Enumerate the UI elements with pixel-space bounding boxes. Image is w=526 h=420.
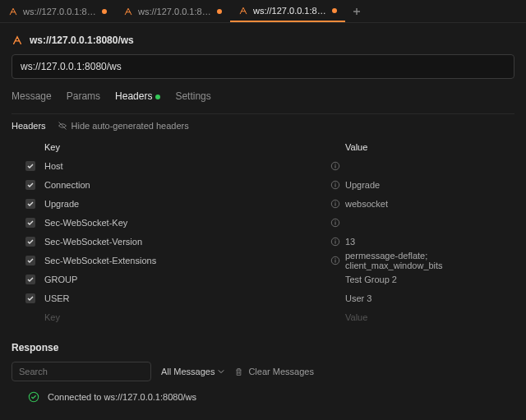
unsaved-dot-icon — [102, 9, 107, 14]
tab-label: ws://127.0.0.1:8080/ws — [23, 7, 97, 16]
header-key[interactable]: USER — [44, 293, 330, 303]
tab-settings[interactable]: Settings — [175, 90, 210, 107]
svg-rect-23 — [335, 260, 335, 262]
header-row: Upgradewebsocket — [25, 194, 514, 213]
table-header: Key Value — [25, 137, 514, 156]
headers-toolbar: Headers Hide auto-generated headers — [12, 114, 514, 137]
svg-rect-24 — [25, 275, 35, 284]
tab-2[interactable]: ws://127.0.0.1:8080/ws — [230, 0, 345, 22]
new-header-row[interactable]: Key Value — [25, 307, 514, 326]
header-key[interactable]: Sec-WebSocket-Extensions — [44, 256, 330, 265]
checkbox-icon[interactable] — [25, 293, 36, 304]
header-key[interactable]: Host — [44, 161, 330, 171]
check-circle-icon — [28, 391, 39, 403]
hide-auto-button[interactable]: Hide auto-generated headers — [58, 121, 189, 131]
info-icon[interactable] — [330, 237, 340, 247]
header-key[interactable]: Upgrade — [44, 199, 330, 209]
clear-messages-button[interactable]: Clear Messages — [234, 367, 313, 376]
header-value[interactable]: websocket — [345, 199, 514, 209]
svg-point-6 — [335, 182, 335, 183]
header-row: GROUPTest Group 2 — [25, 270, 514, 288]
dot-icon — [155, 95, 160, 99]
headers-table: Key Value HostConnectionUpgradeUpgradewe… — [12, 137, 514, 326]
websocket-icon — [8, 7, 18, 16]
header-value[interactable]: permessage-deflate; client_max_window_bi… — [345, 251, 514, 270]
svg-rect-11 — [335, 203, 335, 205]
checkbox-icon[interactable] — [25, 217, 36, 228]
svg-rect-4 — [25, 180, 35, 190]
tab-1[interactable]: ws://127.0.0.1:8080/ws — [115, 0, 230, 22]
svg-rect-25 — [25, 293, 35, 303]
svg-point-26 — [29, 392, 38, 401]
svg-rect-16 — [25, 237, 35, 247]
svg-point-14 — [335, 220, 335, 221]
tab-message[interactable]: Message — [12, 90, 52, 107]
svg-rect-7 — [335, 184, 335, 187]
tab-0[interactable]: ws://127.0.0.1:8080/ws — [0, 0, 115, 22]
search-input[interactable] — [12, 362, 151, 381]
header-value[interactable]: User 3 — [345, 293, 514, 303]
filter-dropdown[interactable]: All Messages — [161, 367, 224, 376]
header-row: USERUser 3 — [25, 288, 514, 307]
unsaved-dot-icon — [332, 8, 337, 13]
header-value[interactable]: Upgrade — [345, 180, 514, 190]
page-header: ws://127.0.0.1:8080/ws — [12, 31, 514, 54]
checkbox-icon[interactable] — [25, 274, 36, 285]
connection-status: Connected to ws://127.0.0.1:8080/ws — [12, 381, 514, 403]
header-key[interactable]: Connection — [44, 180, 330, 190]
svg-rect-12 — [25, 218, 35, 228]
checkbox-icon[interactable] — [25, 236, 36, 247]
svg-point-2 — [335, 164, 335, 164]
header-row: Sec-WebSocket-Extensionspermessage-defla… — [25, 251, 514, 270]
plus-icon — [352, 7, 362, 16]
svg-point-22 — [335, 258, 335, 259]
header-key[interactable]: GROUP — [44, 275, 330, 284]
column-value: Value — [345, 142, 514, 152]
websocket-icon — [238, 6, 248, 16]
header-key[interactable]: Sec-WebSocket-Key — [44, 218, 330, 228]
info-icon[interactable] — [330, 218, 340, 228]
svg-rect-0 — [25, 161, 35, 171]
svg-rect-3 — [335, 165, 335, 168]
tab-params[interactable]: Params — [67, 90, 100, 107]
header-value[interactable]: 13 — [345, 237, 514, 247]
svg-point-10 — [335, 201, 335, 202]
unsaved-dot-icon — [217, 9, 222, 14]
chevron-down-icon — [218, 368, 224, 375]
checkbox-icon[interactable] — [25, 198, 36, 210]
checkbox-icon[interactable] — [25, 179, 36, 191]
info-icon[interactable] — [330, 199, 340, 209]
response-title: Response — [12, 337, 514, 362]
tab-label: ws://127.0.0.1:8080/ws — [138, 7, 212, 16]
svg-point-18 — [335, 239, 335, 240]
header-value[interactable]: Test Group 2 — [345, 275, 514, 284]
websocket-icon — [12, 35, 23, 46]
response-panel: Response All Messages Clear Messages Con… — [0, 337, 526, 403]
svg-rect-19 — [335, 241, 335, 243]
websocket-icon — [123, 7, 133, 16]
info-icon[interactable] — [330, 180, 340, 190]
tab-label: ws://127.0.0.1:8080/ws — [253, 6, 327, 16]
info-icon[interactable] — [330, 161, 340, 171]
section-tabs: Message Params Headers Settings — [12, 79, 514, 114]
new-tab-button[interactable] — [345, 0, 368, 22]
svg-rect-20 — [25, 256, 35, 265]
svg-rect-15 — [335, 222, 335, 224]
checkbox-icon[interactable] — [25, 255, 36, 266]
header-row: ConnectionUpgrade — [25, 175, 514, 194]
checkbox-icon[interactable] — [25, 160, 36, 172]
header-row: Sec-WebSocket-Key — [25, 213, 514, 232]
svg-rect-8 — [25, 199, 35, 209]
header-row: Host — [25, 156, 514, 175]
eye-off-icon — [58, 121, 67, 131]
tab-headers[interactable]: Headers — [115, 90, 160, 107]
tab-bar: ws://127.0.0.1:8080/wsws://127.0.0.1:808… — [0, 0, 526, 23]
header-row: Sec-WebSocket-Version13 — [25, 232, 514, 251]
trash-icon — [234, 367, 243, 376]
url-input[interactable] — [12, 54, 514, 79]
page-title: ws://127.0.0.1:8080/ws — [30, 35, 134, 46]
headers-label: Headers — [12, 121, 46, 131]
header-key[interactable]: Sec-WebSocket-Version — [44, 237, 330, 247]
column-key: Key — [44, 142, 330, 152]
info-icon[interactable] — [330, 256, 340, 265]
